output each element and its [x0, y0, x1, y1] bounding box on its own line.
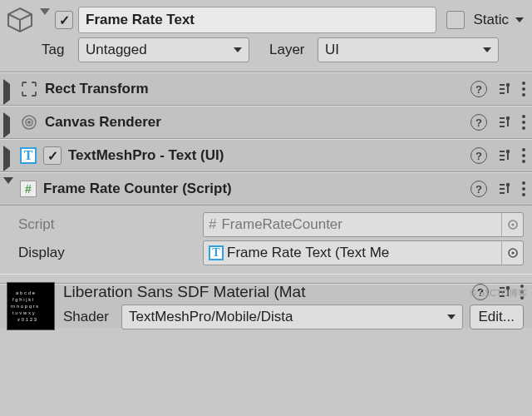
context-menu-icon[interactable]: [522, 82, 525, 97]
tag-dropdown[interactable]: Untagged: [78, 37, 249, 62]
help-icon[interactable]: ?: [470, 181, 487, 197]
gameobject-name-input[interactable]: Frame Rate Text: [78, 7, 436, 33]
script-icon: #: [20, 181, 37, 197]
script-object-field: #FrameRateCounter: [203, 212, 524, 237]
context-menu-icon[interactable]: [522, 148, 525, 163]
material-preview[interactable]: a b c d e f g h i j k l m n o p q r s t …: [7, 282, 55, 330]
preset-icon[interactable]: [497, 82, 512, 97]
material-name: Liberation Sans SDF Material (Mat: [63, 283, 464, 301]
active-checkbox[interactable]: [55, 11, 73, 29]
svg-text:a b c d e: a b c d e: [16, 290, 36, 295]
layer-dropdown[interactable]: UI: [318, 37, 499, 62]
inspector-panel: Frame Rate Text Static Tag Untagged Laye…: [0, 0, 532, 328]
tag-label: Tag: [42, 42, 73, 58]
frame-rate-counter-body: Script #FrameRateCounter Display TFrame …: [0, 206, 532, 274]
tag-value: Untagged: [86, 42, 147, 58]
rect-transform-icon: [20, 80, 38, 98]
gameobject-header: Frame Rate Text Static Tag Untagged Laye…: [0, 0, 532, 68]
foldout-toggle[interactable]: [3, 117, 13, 127]
foldout-toggle[interactable]: [3, 84, 13, 94]
preset-icon[interactable]: [497, 148, 512, 163]
script-label: Script: [18, 216, 198, 233]
context-menu-icon[interactable]: [522, 115, 525, 130]
static-checkbox[interactable]: [446, 11, 465, 29]
component-title: TextMeshPro - Text (UI): [68, 147, 464, 164]
layer-value: UI: [325, 42, 339, 58]
script-hash-icon: #: [209, 216, 216, 233]
svg-text:m n o p q r s: m n o p q r s: [11, 304, 38, 309]
material-section: a b c d e f g h i j k l m n o p q r s t …: [0, 284, 532, 328]
static-dropdown[interactable]: [515, 17, 524, 22]
layer-label: Layer: [269, 42, 313, 58]
component-textmeshpro[interactable]: T TextMeshPro - Text (UI) ?: [0, 139, 532, 172]
component-title: Rect Transform: [45, 81, 464, 97]
canvas-renderer-icon: [20, 113, 38, 131]
help-icon[interactable]: ?: [470, 81, 487, 97]
script-property: Script #FrameRateCounter: [18, 210, 524, 239]
static-label: Static: [473, 12, 509, 28]
svg-text:z 0 1 2 3: z 0 1 2 3: [17, 317, 37, 322]
shader-label: Shader: [63, 309, 115, 325]
object-picker-icon[interactable]: [501, 213, 523, 236]
display-object-field[interactable]: TFrame Rate Text (Text Me: [203, 240, 524, 265]
component-title: Canvas Renderer: [45, 114, 464, 131]
svg-point-4: [28, 121, 30, 123]
component-rect-transform[interactable]: Rect Transform ?: [0, 72, 532, 106]
display-property: Display TFrame Rate Text (Text Me: [18, 239, 524, 267]
help-icon[interactable]: ?: [470, 114, 487, 131]
edit-button[interactable]: Edit...: [470, 305, 524, 329]
context-menu-icon[interactable]: [522, 181, 525, 196]
gameobject-icon[interactable]: [5, 5, 35, 35]
script-value: FrameRateCounter: [221, 216, 342, 233]
icon-dropdown[interactable]: [40, 15, 50, 25]
component-actions: ?: [470, 81, 525, 97]
object-picker-icon[interactable]: [501, 241, 523, 265]
display-value: Frame Rate Text (Text Me: [227, 245, 389, 261]
foldout-toggle[interactable]: [3, 151, 13, 161]
watermark: © 51CTO博客: [470, 287, 527, 300]
component-title: Frame Rate Counter (Script): [43, 181, 464, 197]
component-actions: ?: [470, 114, 525, 131]
svg-text:t u v w x y: t u v w x y: [12, 310, 35, 315]
text-icon: T: [209, 245, 224, 260]
svg-point-11: [511, 251, 514, 254]
svg-point-9: [511, 223, 514, 225]
component-actions: ?: [470, 181, 525, 197]
component-enabled-checkbox[interactable]: [43, 146, 62, 165]
svg-text:f g h i j k l: f g h i j k l: [12, 297, 33, 302]
display-label: Display: [18, 245, 198, 261]
component-actions: ?: [470, 147, 525, 164]
preset-icon[interactable]: [497, 115, 512, 130]
shader-dropdown[interactable]: TextMeshPro/Mobile/Dista: [121, 305, 463, 329]
help-icon[interactable]: ?: [470, 147, 487, 164]
foldout-toggle[interactable]: [3, 184, 13, 194]
textmeshpro-icon: T: [20, 147, 37, 164]
preset-icon[interactable]: [497, 181, 512, 196]
component-frame-rate-counter[interactable]: # Frame Rate Counter (Script) ?: [0, 172, 532, 206]
component-canvas-renderer[interactable]: Canvas Renderer ?: [0, 106, 532, 139]
shader-value: TextMeshPro/Mobile/Dista: [129, 309, 293, 325]
